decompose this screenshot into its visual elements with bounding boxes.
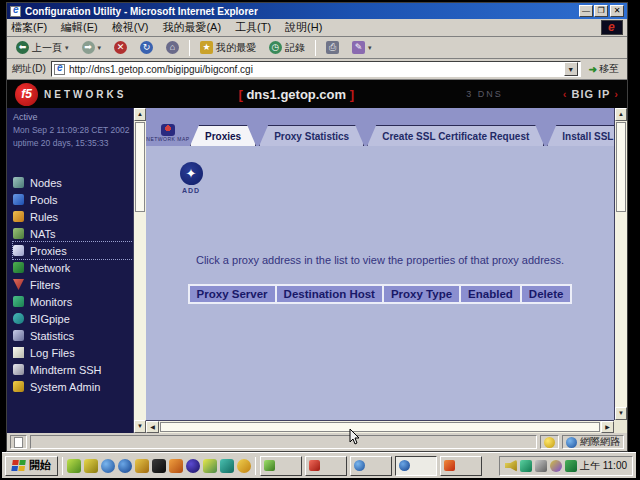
tray-icon-5[interactable] bbox=[565, 460, 577, 472]
rules-icon bbox=[13, 211, 24, 222]
print-button[interactable]: ⎙ bbox=[321, 39, 344, 56]
quicklaunch-icon-8[interactable] bbox=[186, 459, 200, 473]
scroll-down-icon[interactable]: ▼ bbox=[615, 407, 627, 420]
menu-help[interactable]: 說明(H) bbox=[285, 20, 322, 35]
go-arrow-icon: ➜ bbox=[589, 64, 597, 75]
quicklaunch-icon-7[interactable] bbox=[169, 459, 183, 473]
tray-icon-2[interactable] bbox=[520, 460, 532, 472]
sidebar-item-nats[interactable]: NATs bbox=[13, 225, 133, 242]
pools-icon bbox=[13, 194, 24, 205]
refresh-button[interactable]: ↻ bbox=[135, 39, 158, 56]
scrollbar-thumb[interactable] bbox=[135, 122, 145, 212]
start-button[interactable]: 開始 bbox=[5, 456, 58, 476]
menu-view[interactable]: 檢視(V) bbox=[112, 20, 149, 35]
menu-favorites[interactable]: 我的最愛(A) bbox=[162, 20, 221, 35]
network-map-button[interactable]: NETWORK MAP bbox=[146, 124, 190, 142]
address-dropdown-icon[interactable]: ▼ bbox=[564, 62, 578, 76]
sidebar-item-system-admin[interactable]: System Admin bbox=[13, 378, 133, 395]
content-horizontal-scrollbar[interactable]: ◀ ▶ bbox=[146, 420, 614, 433]
sidebar-item-log-files[interactable]: Log Files bbox=[13, 344, 133, 361]
scroll-up-icon[interactable]: ▲ bbox=[134, 108, 146, 121]
task-button-2[interactable] bbox=[305, 456, 347, 476]
edit-icon: ✎ bbox=[352, 41, 365, 54]
edit-button[interactable]: ✎ ▾ bbox=[347, 39, 377, 56]
menu-tools[interactable]: 工具(T) bbox=[235, 20, 271, 35]
add-plus-icon: ✦ bbox=[180, 162, 203, 185]
stop-button[interactable]: ✕ bbox=[109, 39, 132, 56]
sidebar-item-bigpipe[interactable]: BIGpipe bbox=[13, 310, 133, 327]
tab-strip: NETWORK MAP Proxies Proxy Statistics Cre… bbox=[146, 108, 614, 146]
history-button[interactable]: ◷ 記錄 bbox=[264, 39, 310, 57]
quicklaunch-icon-5[interactable] bbox=[135, 459, 149, 473]
quicklaunch-icon-2[interactable] bbox=[84, 459, 98, 473]
status-bar: 網際網路 bbox=[7, 433, 627, 451]
add-proxy-button[interactable]: ✦ ADD bbox=[168, 162, 214, 194]
home-button[interactable]: ⌂ bbox=[161, 39, 184, 56]
content-vertical-scrollbar[interactable]: ▲ ▼ bbox=[614, 108, 627, 420]
sidebar-scrollbar[interactable]: ▲ ▼ bbox=[133, 108, 146, 433]
col-proxy-server: Proxy Server bbox=[190, 286, 275, 302]
proxies-panel: ✦ ADD Click a proxy address in the list … bbox=[146, 146, 614, 420]
task-button-1[interactable] bbox=[260, 456, 302, 476]
network-icon bbox=[13, 262, 24, 273]
sidebar-item-nodes[interactable]: Nodes bbox=[13, 174, 133, 191]
toolbar-separator bbox=[315, 40, 316, 56]
quicklaunch-icon-9[interactable] bbox=[203, 459, 217, 473]
sidebar-item-pools[interactable]: Pools bbox=[13, 191, 133, 208]
forward-button[interactable]: ➡ ▾ bbox=[77, 39, 107, 56]
tab-proxy-statistics[interactable]: Proxy Statistics bbox=[259, 125, 364, 146]
task-button-4-active[interactable] bbox=[395, 456, 437, 476]
go-button[interactable]: ➜ 移至 bbox=[586, 61, 622, 77]
address-input[interactable]: http://dns1.getop.com/bigipgui/bigconf.c… bbox=[51, 61, 581, 77]
menu-file[interactable]: 檔案(F) bbox=[11, 20, 47, 35]
scrollbar-thumb[interactable] bbox=[616, 122, 626, 212]
windows-logo-icon bbox=[11, 460, 26, 472]
taskbar-divider bbox=[62, 457, 63, 475]
forward-dropdown-icon[interactable]: ▾ bbox=[98, 44, 102, 52]
favorites-button[interactable]: ★ 我的最愛 bbox=[195, 39, 261, 57]
product-3dns-label: 3 DNS bbox=[466, 89, 503, 99]
tab-install-ssl-certificate[interactable]: Install SSL Certif bbox=[547, 125, 614, 146]
sidebar-item-monitors[interactable]: Monitors bbox=[13, 293, 133, 310]
tab-proxies[interactable]: Proxies bbox=[190, 125, 256, 146]
scroll-right-icon[interactable]: ▶ bbox=[601, 421, 614, 433]
edit-dropdown-icon[interactable]: ▾ bbox=[368, 44, 372, 52]
f5-header: f5 NETWORKS [ dns1.getop.com ] 3 DNS ‹ B… bbox=[7, 80, 627, 108]
sidebar-item-network[interactable]: Network bbox=[13, 259, 133, 276]
menu-edit[interactable]: 編輯(E) bbox=[61, 20, 98, 35]
taskbar-clock[interactable]: 上午 11:00 bbox=[580, 459, 627, 473]
system-uptime: uptime 20 days, 15:35:33 bbox=[13, 138, 133, 148]
close-button[interactable]: ✕ bbox=[610, 5, 624, 17]
task-button-5[interactable] bbox=[440, 456, 482, 476]
quicklaunch-icon-10[interactable] bbox=[220, 459, 234, 473]
task-button-3[interactable] bbox=[350, 456, 392, 476]
scroll-up-icon[interactable]: ▲ bbox=[615, 108, 627, 121]
back-button[interactable]: ⬅ 上一頁 ▾ bbox=[11, 39, 74, 57]
volume-icon[interactable] bbox=[505, 460, 517, 472]
display-icon[interactable] bbox=[535, 460, 547, 472]
internet-zone-globe-icon bbox=[566, 437, 577, 448]
quicklaunch-icon-1[interactable] bbox=[67, 459, 81, 473]
sidebar-item-rules[interactable]: Rules bbox=[13, 208, 133, 225]
sidebar-item-filters[interactable]: Filters bbox=[13, 276, 133, 293]
sidebar-item-mindterm-ssh[interactable]: Mindterm SSH bbox=[13, 361, 133, 378]
scroll-left-icon[interactable]: ◀ bbox=[146, 421, 159, 433]
favorites-icon: ★ bbox=[200, 41, 213, 54]
system-tray: 上午 11:00 bbox=[499, 456, 633, 476]
quicklaunch-icon-11[interactable] bbox=[237, 459, 251, 473]
tab-create-ssl-certificate-request[interactable]: Create SSL Certificate Request bbox=[367, 125, 544, 146]
sidebar-item-statistics[interactable]: Statistics bbox=[13, 327, 133, 344]
filters-icon bbox=[13, 279, 24, 290]
screen: Configuration Utility - Microsoft Intern… bbox=[0, 0, 640, 480]
maximize-button[interactable]: ❐ bbox=[594, 5, 608, 17]
quicklaunch-icon-3[interactable] bbox=[101, 459, 115, 473]
scrollbar-thumb[interactable] bbox=[160, 422, 600, 432]
tray-icon-4[interactable] bbox=[550, 460, 562, 472]
stop-icon: ✕ bbox=[114, 41, 127, 54]
quicklaunch-icon-4[interactable] bbox=[118, 459, 132, 473]
sidebar-item-proxies[interactable]: Proxies bbox=[13, 242, 133, 259]
scroll-down-icon[interactable]: ▼ bbox=[134, 420, 146, 433]
quicklaunch-icon-6[interactable] bbox=[152, 459, 166, 473]
back-dropdown-icon[interactable]: ▾ bbox=[65, 44, 69, 52]
minimize-button[interactable]: — bbox=[579, 5, 593, 17]
